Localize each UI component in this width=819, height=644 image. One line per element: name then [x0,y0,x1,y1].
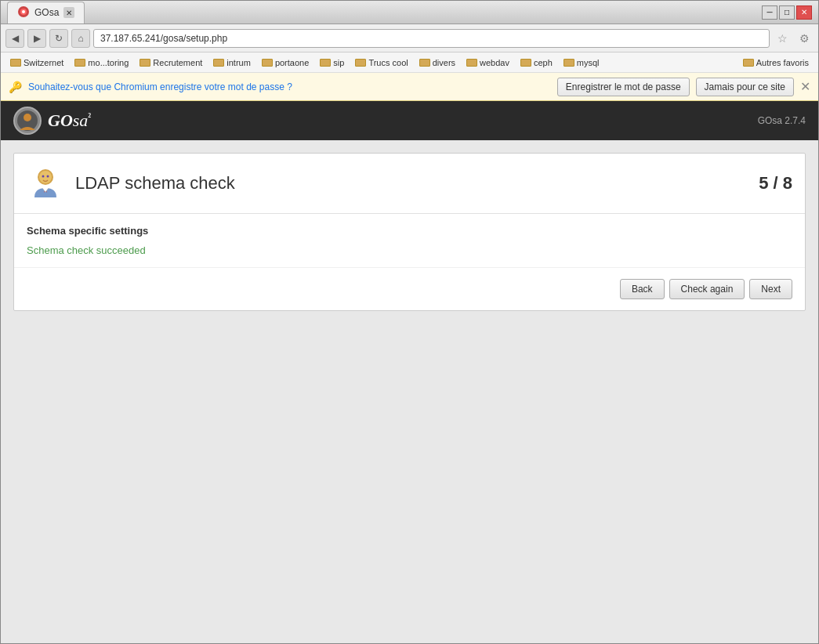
bookmark-switzernet[interactable]: Switzernet [5,56,68,69]
avatar [27,165,64,202]
back-button[interactable]: ◀ [5,29,24,48]
browser-tab[interactable]: GOsa ✕ [7,2,85,24]
home-button[interactable]: ⌂ [71,29,90,48]
bookmark-folder-icon [320,59,331,67]
tab-title: GOsa [34,7,59,18]
bookmark-label: portaone [275,58,309,67]
svg-point-4 [24,114,31,121]
forward-button[interactable]: ▶ [27,29,46,48]
window-controls: ─ □ ✕ [762,5,812,20]
close-button[interactable]: ✕ [796,5,812,20]
bookmark-label: Autres favoris [756,58,809,67]
bookmark-sip[interactable]: sip [315,56,349,69]
bookmark-label: intrum [226,58,251,67]
gosa-header: GOsa² GOsa 2.7.4 [1,101,818,140]
bookmark-folder-icon [466,59,477,67]
minimize-button[interactable]: ─ [762,5,777,20]
section-title: Schema specific settings [27,225,792,237]
bookmark-label: mo...toring [88,58,129,67]
never-save-button[interactable]: Jamais pour ce site [696,78,794,96]
bookmark-folder-icon [140,59,150,67]
bookmark-folder-icon [564,59,574,67]
gosa-logo: GOsa² [13,107,91,135]
bookmark-star-icon[interactable]: ☆ [773,29,792,48]
bookmark-label: Switzernet [24,58,63,67]
bookmark-label: ceph [534,58,553,67]
check-again-button[interactable]: Check again [669,279,745,299]
card-body: Schema specific settings Schema check su… [14,214,805,267]
gosa-version: GOsa 2.7.4 [758,115,806,126]
setup-card: LDAP schema check 5 / 8 Schema specific … [13,153,806,311]
main-content: LDAP schema check 5 / 8 Schema specific … [1,140,818,643]
bookmark-ceph[interactable]: ceph [516,56,557,69]
refresh-button[interactable]: ↻ [49,29,68,48]
bookmark-trucs-cool[interactable]: Trucs cool [350,56,412,69]
password-save-bar: 🔑 Souhaitez-vous que Chromium enregistre… [1,73,818,101]
bookmark-folder-icon [520,59,531,67]
success-message: Schema check succeeded [27,244,792,256]
bookmark-folder-icon [355,59,366,67]
bookmark-folder-icon [419,59,430,67]
svg-point-7 [42,175,45,178]
url-input[interactable] [100,33,763,44]
next-button[interactable]: Next [749,279,792,299]
bookmark-folder-icon [74,59,85,67]
bookmark-label: Recrutement [153,58,202,67]
navbar: ◀ ▶ ↻ ⌂ ☆ ⚙ [1,24,818,52]
bookmark-folder-icon [743,59,754,67]
bookmark-folder-icon [10,59,21,67]
bookmark-label: sip [333,58,344,67]
bookmark-intrum[interactable]: intrum [208,56,255,69]
bookmark-label: webdav [480,58,509,67]
key-icon: 🔑 [9,81,22,93]
gosa-title: GOsa² [48,110,91,131]
gosa-logo-icon [13,107,42,135]
step-indicator: 5 / 8 [759,173,792,194]
bookmark-recrutement[interactable]: Recrutement [135,56,207,69]
svg-point-2 [22,10,25,13]
settings-icon[interactable]: ⚙ [795,29,814,48]
dismiss-password-bar-button[interactable]: ✕ [800,79,810,94]
bookmark-divers[interactable]: divers [415,56,460,69]
tab-close-button[interactable]: ✕ [63,7,74,18]
bookmark-webdav[interactable]: webdav [462,56,514,69]
maximize-button[interactable]: □ [779,5,795,20]
bookmark-label: divers [433,58,455,67]
svg-point-8 [47,175,49,178]
bookmark-portaone[interactable]: portaone [257,56,313,69]
card-footer: Back Check again Next [14,267,805,310]
page-title: LDAP schema check [75,173,759,194]
bookmark-autres-favoris[interactable]: Autres favoris [738,56,814,69]
bookmark-label: Trucs cool [368,58,408,67]
password-bar-text: Souhaitez-vous que Chromium enregistre v… [28,81,551,92]
browser-window: GOsa ✕ ─ □ ✕ ◀ ▶ ↻ ⌂ ☆ ⚙ Switzernet mo..… [0,0,819,644]
address-bar[interactable] [93,29,770,48]
titlebar: GOsa ✕ ─ □ ✕ [1,1,818,24]
card-header: LDAP schema check 5 / 8 [14,154,805,214]
bookmarks-bar: Switzernet mo...toring Recrutement intru… [1,52,818,73]
save-password-button[interactable]: Enregistrer le mot de passe [557,78,690,96]
bookmark-monitoring[interactable]: mo...toring [70,56,133,69]
tab-favicon [17,5,30,20]
bookmark-folder-icon [213,59,224,67]
bookmark-label: mysql [577,58,600,67]
bookmark-mysql[interactable]: mysql [559,56,604,69]
bookmark-folder-icon [262,59,273,67]
back-button[interactable]: Back [620,279,665,299]
